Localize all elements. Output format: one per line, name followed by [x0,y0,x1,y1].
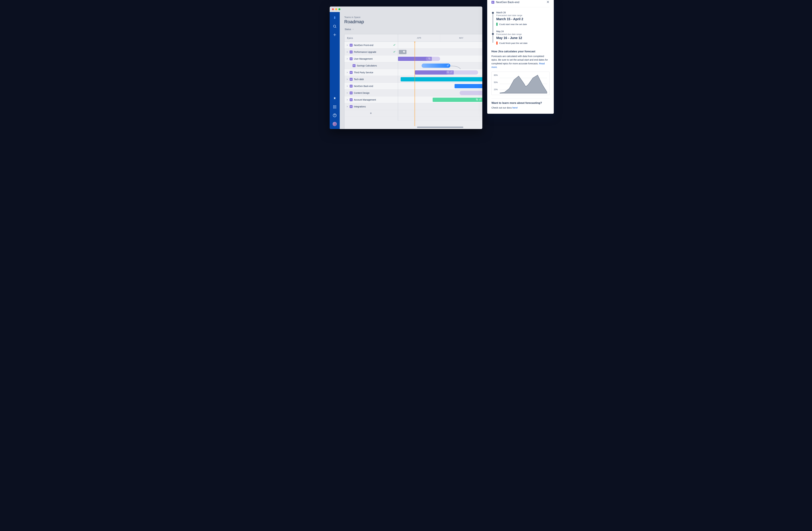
roadmap-rows: NextGen Front-end Performance Upgrade [345,42,482,126]
epic-row[interactable]: Third Party Service [345,69,482,76]
epic-name: Account Management [354,99,376,101]
add-icon[interactable] [333,33,337,37]
titlebar-close[interactable] [332,8,334,10]
forecast-bar[interactable] [446,70,478,75]
epic-row[interactable]: User Management [345,55,482,62]
epic-icon [350,78,352,81]
timeline-bar[interactable] [399,50,406,54]
timeline-bar[interactable] [454,84,482,88]
due-range-label: Forecasted due date range [496,33,550,35]
due-date: May 24 [496,30,550,33]
expand-icon[interactable] [346,71,348,74]
svg-point-15 [403,51,405,53]
epic-icon [491,1,494,4]
epic-name: Content Design [354,92,369,94]
expand-icon[interactable] [346,92,348,94]
epic-icon [350,51,352,54]
timeline-bar[interactable] [401,77,482,82]
expand-icon[interactable] [346,99,348,101]
epic-row[interactable]: Savings Calculators [345,62,482,69]
svg-rect-8 [334,106,335,107]
apps-icon[interactable] [333,105,337,109]
horizontal-scrollbar[interactable] [417,127,463,128]
expand-icon[interactable] [346,51,348,53]
start-range: March 15 - April 2 [496,17,550,21]
ytick: 50% [494,81,498,84]
ytick: 80% [494,74,498,76]
expand-icon[interactable] [346,58,348,60]
svg-rect-6 [335,105,336,106]
svg-rect-9 [335,106,336,107]
add-epic-button[interactable]: + [345,110,398,117]
page-title: Roadmap [344,19,478,24]
forecast-bar[interactable] [426,57,440,61]
svg-rect-5 [334,105,335,106]
epic-icon [350,91,352,95]
forecast-chart: 80% 50% 20% [491,72,550,95]
epic-icon [350,44,352,47]
status-filter[interactable]: Status [344,27,354,31]
month-header: MAY [440,34,482,42]
roadmap: Epics APR MAY [344,34,482,129]
due-status-text: Could finish past the set date [499,42,527,44]
done-check-icon [393,51,396,54]
due-range: May 16 - June 12 [496,36,550,40]
epic-icon [350,57,352,60]
status-pill [496,23,497,26]
epic-row[interactable]: Account Management [345,96,482,103]
child-issues-icon [476,98,478,101]
svg-rect-11 [334,108,335,109]
epic-row[interactable]: NextGen Back-end [345,83,482,89]
epic-name: Third Party Service [354,71,373,74]
ytick: 20% [494,88,498,91]
titlebar-zoom[interactable] [338,8,340,10]
timeline-bar[interactable] [422,63,450,68]
epic-name: Performance Upgrade [354,51,376,53]
app-window: Teams in Space Roadmap Status Epics APR … [330,6,482,129]
svg-rect-4 [333,105,334,106]
epic-row[interactable]: Integrations [345,103,482,110]
learn-heading: Want to learn more about forecasting? [491,101,550,105]
epic-name: NextGen Front-end [354,44,373,46]
expand-icon[interactable] [346,105,348,108]
epic-row[interactable]: Tech debt [345,76,482,83]
window-titlebar [330,6,482,12]
titlebar-minimize[interactable] [335,8,337,10]
avatar[interactable] [333,122,337,126]
svg-rect-7 [333,106,334,107]
forecast-chart-svg [500,74,547,94]
timeline-bar[interactable] [433,98,482,102]
epics-column-header: Epics [345,34,398,42]
notifications-icon[interactable] [333,97,337,100]
epic-row[interactable]: Content Design [345,89,482,96]
expand-icon[interactable] [346,44,348,46]
learn-body: Check out our docs [491,106,512,109]
svg-rect-10 [333,108,334,109]
epic-icon [350,85,352,88]
jira-logo-icon[interactable] [333,16,337,20]
start-range-label: Forecasted start date range [496,14,550,17]
expand-icon[interactable] [346,85,348,87]
epic-row[interactable]: Performance Upgrade [345,48,482,55]
epic-row[interactable]: NextGen Front-end [345,42,482,48]
epic-icon [350,98,352,101]
epic-icon [350,71,352,74]
status-filter-label: Status [345,28,351,31]
epic-name: Savings Calculators [357,64,377,67]
breadcrumb[interactable]: Teams in Space [344,16,478,18]
epic-name: Tech debt [354,78,364,81]
forecast-bar[interactable] [460,91,482,95]
search-icon[interactable] [333,24,337,28]
svg-point-0 [333,25,336,27]
help-icon[interactable] [333,113,337,117]
expand-icon[interactable] [346,78,348,81]
link-icon [447,64,449,67]
start-date: March 26 [496,11,550,14]
close-icon[interactable] [546,0,550,4]
done-check-icon [393,44,396,47]
today-indicator [415,42,415,126]
docs-link[interactable]: here! [512,106,518,109]
epic-icon [352,64,356,67]
calc-heading: How Jira calculates your forecast [491,50,550,53]
plus-icon: + [370,112,372,115]
